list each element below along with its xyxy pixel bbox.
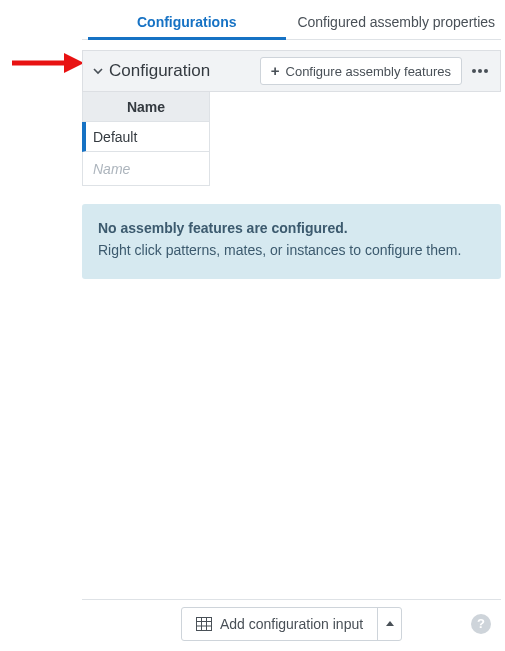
plus-icon: + [271, 62, 280, 79]
panel-footer: Add configuration input ? [82, 599, 501, 647]
svg-rect-2 [196, 617, 211, 630]
button-label: Add configuration input [220, 616, 363, 632]
table-row-new [82, 152, 210, 186]
svg-marker-1 [64, 53, 84, 73]
configure-assembly-features-button[interactable]: + Configure assembly features [260, 57, 462, 85]
add-configuration-input-button[interactable]: Add configuration input [181, 607, 402, 641]
tab-bar: Configurations Configured assembly prope… [82, 4, 501, 40]
table-row[interactable]: Default [82, 122, 210, 152]
notice-title: No assembly features are configured. [98, 218, 485, 238]
more-menu-button[interactable] [468, 57, 492, 85]
configuration-section-header: Configuration + Configure assembly featu… [82, 50, 501, 92]
callout-arrow [12, 52, 84, 74]
caret-up-icon [385, 619, 395, 629]
button-label: Configure assembly features [286, 64, 451, 79]
table-cell-value: Default [93, 129, 137, 145]
chevron-down-icon[interactable] [91, 64, 105, 78]
configurations-panel: Configurations Configured assembly prope… [82, 4, 501, 647]
notice-body: Right click patterns, mates, or instance… [98, 240, 485, 260]
table-icon [196, 617, 212, 631]
section-title: Configuration [109, 61, 210, 81]
add-configuration-input-dropdown[interactable] [377, 608, 401, 640]
table-column-header-name: Name [82, 92, 210, 122]
info-notice: No assembly features are configured. Rig… [82, 204, 501, 279]
ellipsis-icon [472, 69, 488, 73]
help-icon: ? [477, 616, 485, 631]
tab-configurations[interactable]: Configurations [82, 4, 292, 39]
svg-marker-7 [386, 621, 394, 626]
help-button[interactable]: ? [471, 614, 491, 634]
tab-configured-properties[interactable]: Configured assembly properties [292, 4, 502, 39]
panel-content: Configuration + Configure assembly featu… [82, 40, 501, 599]
new-config-name-input[interactable] [83, 152, 209, 185]
tab-label: Configurations [137, 14, 237, 30]
config-table: Name Default [82, 92, 501, 186]
tab-label: Configured assembly properties [297, 14, 495, 30]
